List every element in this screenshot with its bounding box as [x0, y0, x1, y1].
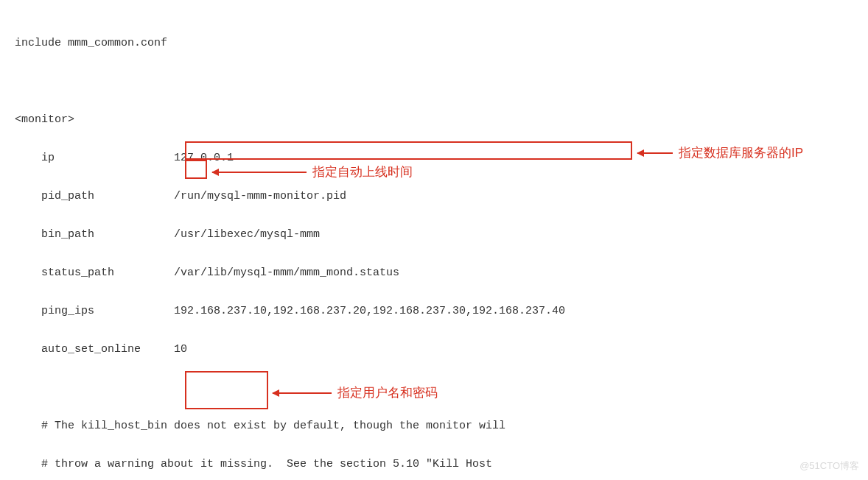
code-line: auto_set_online 10 [15, 340, 853, 359]
code-line: bin_path /usr/libexec/mysql-mmm [15, 225, 853, 244]
code-line: <monitor> [15, 110, 853, 130]
code-line: include mmm_common.conf [15, 34, 853, 53]
code-line: # The kill_host_bin does not exist by de… [15, 417, 853, 436]
code-line: pid_path /run/mysql-mmm-monitor.pid [15, 187, 853, 206]
code-line [15, 72, 853, 91]
code-line: ping_ips 192.168.237.10,192.168.237.20,1… [15, 302, 853, 321]
code-line: # throw a warning about it missing. See … [15, 455, 853, 474]
code-line: ip 127.0.0.1 [15, 149, 853, 168]
config-code-block: include mmm_common.conf <monitor> ip 127… [15, 15, 853, 480]
code-line: status_path /var/lib/mysql-mmm/mmm_mond.… [15, 264, 853, 283]
code-line [15, 378, 853, 398]
